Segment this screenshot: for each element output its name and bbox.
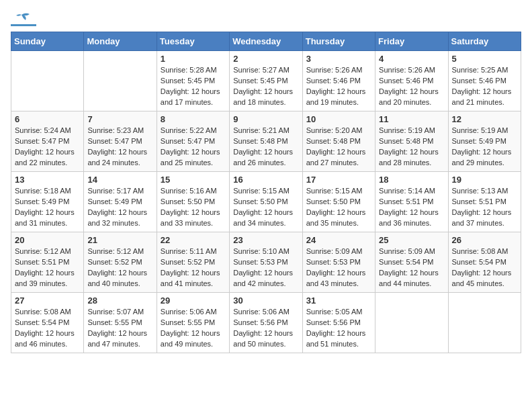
calendar-cell: 10Sunrise: 5:20 AM Sunset: 5:48 PM Dayli…: [302, 111, 375, 172]
day-info: Sunrise: 5:19 AM Sunset: 5:49 PM Dayligh…: [452, 126, 517, 169]
day-info: Sunrise: 5:15 AM Sunset: 5:50 PM Dayligh…: [306, 186, 371, 229]
day-number: 8: [161, 114, 226, 124]
day-info: Sunrise: 5:10 AM Sunset: 5:53 PM Dayligh…: [233, 246, 298, 289]
day-number: 5: [452, 54, 517, 64]
day-number: 9: [233, 114, 298, 124]
logo: [11, 11, 39, 26]
calendar-cell: 18Sunrise: 5:14 AM Sunset: 5:51 PM Dayli…: [375, 172, 448, 232]
day-info: Sunrise: 5:22 AM Sunset: 5:47 PM Dayligh…: [161, 126, 226, 169]
day-number: 6: [15, 114, 80, 124]
column-header-wednesday: Wednesday: [230, 32, 302, 51]
day-number: 31: [306, 295, 371, 306]
day-number: 21: [87, 235, 152, 245]
calendar-cell: [375, 293, 448, 353]
calendar-cell: 20Sunrise: 5:12 AM Sunset: 5:51 PM Dayli…: [11, 232, 84, 293]
day-info: Sunrise: 5:17 AM Sunset: 5:49 PM Dayligh…: [87, 186, 152, 229]
day-number: 24: [306, 235, 371, 245]
day-info: Sunrise: 5:27 AM Sunset: 5:45 PM Dayligh…: [233, 65, 298, 108]
day-number: 11: [379, 114, 444, 124]
day-info: Sunrise: 5:14 AM Sunset: 5:51 PM Dayligh…: [379, 186, 444, 229]
calendar-cell: 22Sunrise: 5:11 AM Sunset: 5:52 PM Dayli…: [157, 232, 229, 293]
day-number: 17: [306, 175, 371, 185]
calendar-cell: 9Sunrise: 5:21 AM Sunset: 5:48 PM Daylig…: [230, 111, 302, 172]
calendar-cell: 24Sunrise: 5:09 AM Sunset: 5:53 PM Dayli…: [302, 232, 375, 293]
calendar-cell: [448, 293, 521, 353]
day-info: Sunrise: 5:15 AM Sunset: 5:50 PM Dayligh…: [233, 186, 298, 229]
day-number: 20: [15, 235, 80, 245]
calendar-week-row: 20Sunrise: 5:12 AM Sunset: 5:51 PM Dayli…: [11, 232, 521, 293]
day-number: 4: [379, 54, 444, 64]
day-info: Sunrise: 5:06 AM Sunset: 5:55 PM Dayligh…: [161, 307, 226, 350]
calendar-cell: 30Sunrise: 5:06 AM Sunset: 5:56 PM Dayli…: [230, 293, 302, 353]
column-header-sunday: Sunday: [11, 32, 84, 51]
calendar-cell: 4Sunrise: 5:26 AM Sunset: 5:46 PM Daylig…: [375, 51, 448, 111]
day-number: 29: [161, 295, 226, 306]
calendar-cell: 8Sunrise: 5:22 AM Sunset: 5:47 PM Daylig…: [157, 111, 229, 172]
day-info: Sunrise: 5:05 AM Sunset: 5:56 PM Dayligh…: [306, 307, 371, 350]
calendar-cell: 15Sunrise: 5:16 AM Sunset: 5:50 PM Dayli…: [157, 172, 229, 232]
day-info: Sunrise: 5:09 AM Sunset: 5:54 PM Dayligh…: [379, 246, 444, 289]
calendar-week-row: 1Sunrise: 5:28 AM Sunset: 5:45 PM Daylig…: [11, 51, 521, 111]
calendar-cell: 11Sunrise: 5:19 AM Sunset: 5:48 PM Dayli…: [375, 111, 448, 172]
day-info: Sunrise: 5:11 AM Sunset: 5:52 PM Dayligh…: [161, 246, 226, 289]
column-header-thursday: Thursday: [302, 32, 375, 51]
column-header-tuesday: Tuesday: [157, 32, 229, 51]
day-info: Sunrise: 5:26 AM Sunset: 5:46 PM Dayligh…: [306, 65, 371, 108]
day-number: 18: [379, 175, 444, 185]
day-number: 26: [452, 235, 517, 245]
day-info: Sunrise: 5:12 AM Sunset: 5:51 PM Dayligh…: [15, 246, 80, 289]
day-info: Sunrise: 5:06 AM Sunset: 5:56 PM Dayligh…: [233, 307, 298, 350]
logo-divider: [11, 24, 36, 26]
calendar-cell: 13Sunrise: 5:18 AM Sunset: 5:49 PM Dayli…: [11, 172, 84, 232]
day-number: 28: [87, 295, 152, 306]
day-info: Sunrise: 5:23 AM Sunset: 5:47 PM Dayligh…: [87, 126, 152, 169]
day-info: Sunrise: 5:24 AM Sunset: 5:47 PM Dayligh…: [15, 126, 80, 169]
calendar-week-row: 27Sunrise: 5:08 AM Sunset: 5:54 PM Dayli…: [11, 293, 521, 353]
calendar-cell: 2Sunrise: 5:27 AM Sunset: 5:45 PM Daylig…: [230, 51, 302, 111]
column-header-friday: Friday: [375, 32, 448, 51]
day-number: 7: [87, 114, 152, 124]
column-header-saturday: Saturday: [448, 32, 521, 51]
calendar-cell: 5Sunrise: 5:25 AM Sunset: 5:46 PM Daylig…: [448, 51, 521, 111]
calendar-cell: 29Sunrise: 5:06 AM Sunset: 5:55 PM Dayli…: [157, 293, 229, 353]
day-number: 23: [233, 235, 298, 245]
calendar-cell: 7Sunrise: 5:23 AM Sunset: 5:47 PM Daylig…: [84, 111, 157, 172]
day-number: 14: [87, 175, 152, 185]
column-header-monday: Monday: [84, 32, 157, 51]
day-number: 13: [15, 175, 80, 185]
day-number: 10: [306, 114, 371, 124]
calendar-header-row: SundayMondayTuesdayWednesdayThursdayFrid…: [11, 32, 521, 51]
day-number: 22: [161, 235, 226, 245]
calendar-cell: 1Sunrise: 5:28 AM Sunset: 5:45 PM Daylig…: [157, 51, 229, 111]
calendar-cell: 23Sunrise: 5:10 AM Sunset: 5:53 PM Dayli…: [230, 232, 302, 293]
calendar-cell: 17Sunrise: 5:15 AM Sunset: 5:50 PM Dayli…: [302, 172, 375, 232]
calendar-cell: 27Sunrise: 5:08 AM Sunset: 5:54 PM Dayli…: [11, 293, 84, 353]
day-number: 15: [161, 175, 226, 185]
day-number: 19: [452, 175, 517, 185]
calendar-cell: 19Sunrise: 5:13 AM Sunset: 5:51 PM Dayli…: [448, 172, 521, 232]
day-number: 25: [379, 235, 444, 245]
calendar-table: SundayMondayTuesdayWednesdayThursdayFrid…: [11, 32, 521, 353]
day-info: Sunrise: 5:13 AM Sunset: 5:51 PM Dayligh…: [452, 186, 517, 229]
day-info: Sunrise: 5:07 AM Sunset: 5:55 PM Dayligh…: [87, 307, 152, 350]
day-info: Sunrise: 5:16 AM Sunset: 5:50 PM Dayligh…: [161, 186, 226, 229]
calendar-cell: 28Sunrise: 5:07 AM Sunset: 5:55 PM Dayli…: [84, 293, 157, 353]
calendar-week-row: 6Sunrise: 5:24 AM Sunset: 5:47 PM Daylig…: [11, 111, 521, 172]
calendar-cell: [11, 51, 84, 111]
day-number: 12: [452, 114, 517, 124]
day-info: Sunrise: 5:09 AM Sunset: 5:53 PM Dayligh…: [306, 246, 371, 289]
calendar-cell: 14Sunrise: 5:17 AM Sunset: 5:49 PM Dayli…: [84, 172, 157, 232]
day-number: 2: [233, 54, 298, 64]
calendar-cell: 26Sunrise: 5:08 AM Sunset: 5:54 PM Dayli…: [448, 232, 521, 293]
calendar-cell: [84, 51, 157, 111]
day-info: Sunrise: 5:18 AM Sunset: 5:49 PM Dayligh…: [15, 186, 80, 229]
day-number: 16: [233, 175, 298, 185]
calendar-cell: 25Sunrise: 5:09 AM Sunset: 5:54 PM Dayli…: [375, 232, 448, 293]
calendar-cell: 21Sunrise: 5:12 AM Sunset: 5:52 PM Dayli…: [84, 232, 157, 293]
calendar-cell: 3Sunrise: 5:26 AM Sunset: 5:46 PM Daylig…: [302, 51, 375, 111]
day-info: Sunrise: 5:25 AM Sunset: 5:46 PM Dayligh…: [452, 65, 517, 108]
page-header: [11, 11, 521, 26]
day-number: 27: [15, 295, 80, 306]
day-info: Sunrise: 5:26 AM Sunset: 5:46 PM Dayligh…: [379, 65, 444, 108]
day-number: 30: [233, 295, 298, 306]
